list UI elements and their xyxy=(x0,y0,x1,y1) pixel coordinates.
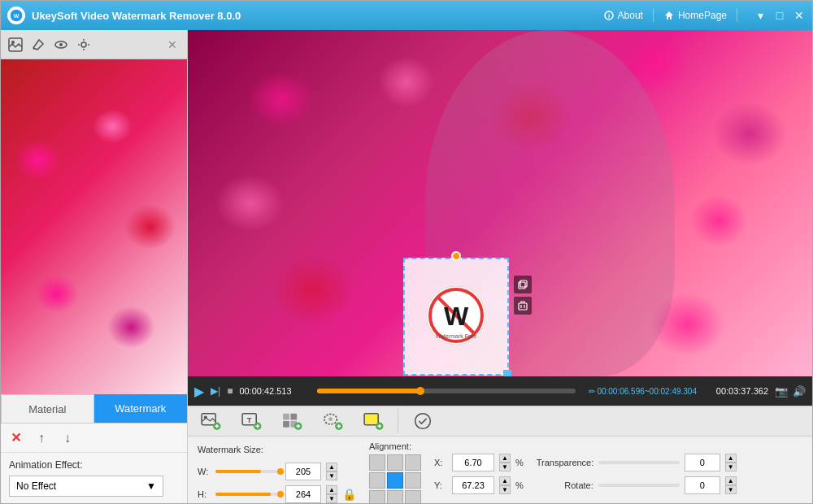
playback-bar: ▶ ▶| ■ 00:00:42.513 ✏ 00:00:06.596~00:02… xyxy=(188,376,812,406)
width-spin-down[interactable]: ▼ xyxy=(326,471,337,480)
edit-icon[interactable] xyxy=(30,37,46,53)
watermark-rotate-handle[interactable] xyxy=(451,251,461,261)
move-down-button[interactable]: ↓ xyxy=(59,430,76,446)
timeline[interactable] xyxy=(317,389,575,393)
transparency-down[interactable]: ▼ xyxy=(725,463,737,471)
transparency-up[interactable]: ▲ xyxy=(725,454,737,463)
rotate-slider[interactable] xyxy=(598,484,680,487)
animation-dropdown[interactable]: No Effect ▼ xyxy=(9,476,163,497)
maximize-button[interactable]: □ xyxy=(773,9,786,22)
move-up-button[interactable]: ↑ xyxy=(33,430,50,446)
about-button[interactable]: i About xyxy=(603,10,643,21)
rotate-down[interactable]: ▼ xyxy=(725,485,737,494)
align-bot-center[interactable] xyxy=(387,490,403,503)
step-forward-button[interactable]: ▶| xyxy=(211,385,220,397)
settings-icon[interactable] xyxy=(76,37,92,53)
eye-icon[interactable] xyxy=(53,37,69,53)
timeline-progress xyxy=(317,389,420,393)
toolbar-separator xyxy=(398,409,398,433)
x-spin-up[interactable]: ▲ xyxy=(499,454,511,463)
align-bot-left[interactable] xyxy=(369,490,385,503)
add-text-button[interactable]: T xyxy=(235,406,267,436)
align-top-right[interactable] xyxy=(405,454,421,471)
blur-button[interactable] xyxy=(316,406,349,436)
play-button[interactable]: ▶ xyxy=(194,384,204,399)
y-spin-down[interactable]: ▼ xyxy=(499,485,511,494)
video-area: W Watermark Free xyxy=(188,30,812,376)
height-spin-down[interactable]: ▼ xyxy=(326,494,337,503)
content-area: W Watermark Free xyxy=(188,30,812,503)
timeline-thumb[interactable] xyxy=(416,387,424,395)
y-spin-up[interactable]: ▲ xyxy=(499,476,511,485)
volume-icon[interactable]: 🔊 xyxy=(793,385,806,398)
transparency-label: Transparence: xyxy=(537,458,593,467)
svg-point-7 xyxy=(59,43,63,46)
mosaic-button[interactable] xyxy=(276,406,308,436)
transparency-input[interactable] xyxy=(685,454,720,471)
x-input[interactable] xyxy=(452,454,494,471)
video-background: W Watermark Free xyxy=(188,30,812,376)
svg-rect-29 xyxy=(283,414,289,420)
rotate-up[interactable]: ▲ xyxy=(725,476,737,485)
close-button[interactable]: ✕ xyxy=(793,9,806,22)
y-input[interactable] xyxy=(452,476,494,494)
watermark-content: W Watermark Free xyxy=(424,283,489,350)
align-mid-right[interactable] xyxy=(405,472,421,489)
transparency-slider[interactable] xyxy=(598,461,680,464)
titlebar-separator2 xyxy=(737,9,737,22)
height-slider[interactable] xyxy=(215,493,280,496)
width-slider-thumb xyxy=(277,468,284,475)
x-pct: % xyxy=(515,458,524,467)
sidebar-toolbar: ✕ xyxy=(1,30,187,59)
width-input[interactable] xyxy=(285,463,321,480)
svg-rect-14 xyxy=(519,282,525,289)
dropdown-arrow-icon: ▼ xyxy=(146,480,156,492)
extra-button[interactable] xyxy=(406,406,439,436)
height-spin-up[interactable]: ▲ xyxy=(326,485,337,494)
remove-button[interactable]: ✕ xyxy=(7,430,24,446)
align-mid-left[interactable] xyxy=(369,472,385,489)
alignment-grid xyxy=(369,454,421,503)
tab-watermark[interactable]: Watermark xyxy=(94,394,188,423)
height-input[interactable] xyxy=(285,485,321,503)
height-slider-thumb xyxy=(277,491,284,497)
time-range: ✏ 00:00:06.596~00:02:49.304 xyxy=(589,387,697,396)
x-label: X: xyxy=(434,458,447,467)
align-bot-right[interactable] xyxy=(405,490,421,503)
screenshot-icon[interactable]: 📷 xyxy=(775,385,788,398)
watermark-overlay[interactable]: W Watermark Free xyxy=(403,258,509,376)
watermark-delete-icon[interactable] xyxy=(514,297,532,315)
watermark-copy-icon[interactable] xyxy=(514,276,532,293)
animation-label: Animation Effect: xyxy=(9,459,179,471)
svg-text:T: T xyxy=(247,416,252,424)
y-row: Y: ▲ ▼ % xyxy=(434,476,524,494)
svg-point-37 xyxy=(328,417,333,421)
transparency-rotate-group: Transparence: ▲ ▼ Rotate: xyxy=(537,454,737,494)
color-fill-button[interactable] xyxy=(357,406,389,436)
width-spin-up[interactable]: ▲ xyxy=(326,463,337,471)
tab-material[interactable]: Material xyxy=(1,394,94,423)
add-image-button[interactable] xyxy=(194,406,227,436)
width-slider[interactable] xyxy=(215,470,280,473)
stop-button[interactable]: ■ xyxy=(227,385,233,397)
homepage-button[interactable]: HomePage xyxy=(663,10,727,21)
height-slider-fill xyxy=(215,493,271,496)
watermark-resize-handle[interactable] xyxy=(503,370,511,376)
y-pct: % xyxy=(515,480,524,490)
minimize-button[interactable]: ▾ xyxy=(754,9,767,22)
width-slider-fill xyxy=(215,470,261,473)
align-top-left[interactable] xyxy=(369,454,385,471)
align-mid-center[interactable] xyxy=(387,472,403,489)
x-spin-down[interactable]: ▼ xyxy=(499,463,511,471)
watermark-size-group: Watermark Size: W: ▲ ▼ xyxy=(198,445,356,503)
animation-value: No Effect xyxy=(16,480,56,492)
xy-group: X: ▲ ▼ % Y: ▲ xyxy=(434,454,524,494)
watermark-icon-panel xyxy=(514,276,532,315)
lock-icon[interactable]: 🔒 xyxy=(342,488,356,501)
close-sidebar-icon[interactable]: ✕ xyxy=(164,37,180,53)
tab-bar: Material Watermark xyxy=(1,394,187,424)
rotate-input[interactable] xyxy=(685,476,720,494)
align-top-center[interactable] xyxy=(387,454,403,471)
titlebar: W UkeySoft Video Watermark Remover 8.0.0… xyxy=(1,1,812,30)
alignment-group: Alignment: xyxy=(369,441,421,503)
